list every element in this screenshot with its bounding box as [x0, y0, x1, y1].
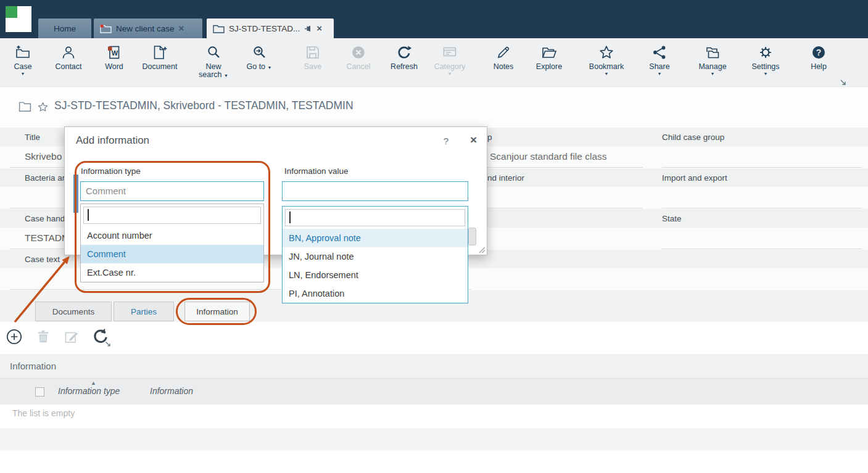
dropdown-option-ext-case-nr[interactable]: Ext.Case nr. [81, 263, 263, 282]
chevron-down-icon: ▼ [658, 72, 662, 76]
dialog-title: Add information [76, 134, 149, 147]
folders-icon [705, 44, 721, 60]
help-icon: ? [811, 44, 827, 60]
favorite-star-icon[interactable] [37, 102, 49, 113]
tab-label: New client case [116, 24, 175, 33]
ribbon-button-settings[interactable]: Settings ▼ [739, 44, 792, 76]
field-label-case-group: p [487, 128, 492, 146]
information-value-label: Information value [284, 167, 349, 176]
scrollbar-thumb[interactable] [468, 228, 476, 245]
ribbon-label: Notes [494, 63, 514, 71]
ribbon-button-manage[interactable]: Manage ▼ [686, 44, 739, 76]
ribbon-button-category: Category ▼ [427, 44, 473, 76]
text-cursor [88, 209, 89, 221]
ribbon-button-case[interactable]: Case ▼ [0, 44, 46, 76]
pin-icon[interactable] [304, 25, 312, 33]
field-value-title[interactable]: Skrivebo [25, 146, 62, 168]
folder-icon [100, 24, 112, 33]
close-icon[interactable]: × [470, 133, 477, 147]
dropdown-option-account-number[interactable]: Account number [81, 226, 263, 245]
field-value-case-handler[interactable]: TESTADM [25, 228, 70, 250]
information-value-combobox[interactable] [282, 181, 468, 201]
dropdown-option-ln-endorsement[interactable]: LN, Endorsement [283, 266, 468, 284]
field-label-case-text: Case text [25, 250, 60, 268]
ribbon-button-document[interactable]: Document [137, 44, 183, 71]
ribbon-button-save: Save [290, 44, 336, 71]
column-header-information-type[interactable]: Information type [58, 386, 120, 396]
dropdown-option-pi-annotation[interactable]: PI, Annotation [283, 284, 468, 303]
ribbon-label: Category [434, 63, 466, 71]
dropdown-option-jn-journal-note[interactable]: JN, Journal note [283, 247, 468, 266]
ribbon-button-new-search[interactable]: New search ▼ [191, 44, 236, 80]
field-value-file-class[interactable]: Scanjour standard file class [490, 146, 607, 168]
background-stripe [0, 428, 868, 451]
help-icon[interactable]: ? [444, 136, 448, 146]
tab-parties[interactable]: Parties [114, 302, 174, 321]
ribbon-label: Document [143, 63, 178, 71]
dropdown-search-input[interactable] [83, 207, 261, 224]
edit-pencil-icon [64, 329, 80, 345]
field-underline [487, 167, 643, 168]
column-header-information[interactable]: Information [150, 386, 193, 396]
refresh-options-grip-icon[interactable] [105, 341, 111, 347]
field-label-title: Title [25, 128, 40, 146]
ribbon-label: Manage [698, 63, 726, 71]
open-folder-icon [541, 44, 557, 60]
category-icon [442, 44, 458, 60]
ribbon-label: Save [304, 63, 322, 71]
information-section-header: Information [0, 354, 868, 378]
tab-documents[interactable]: Documents [35, 302, 112, 321]
tab-case-active[interactable]: SJ-STD-TESTAD... × [207, 19, 334, 38]
tab-new-client-case[interactable]: New client case × [94, 19, 202, 38]
close-icon[interactable]: × [179, 24, 184, 33]
tab-label: SJ-STD-TESTAD... [229, 24, 300, 33]
tab-home[interactable]: Home [38, 19, 91, 38]
field-underline [662, 208, 862, 208]
tab-information[interactable]: Information [184, 302, 250, 321]
ribbon-button-refresh[interactable]: Refresh [381, 44, 427, 71]
chevron-down-icon: ▼ [711, 72, 715, 76]
list-column-header-row: ▲ Information type Information [0, 378, 868, 405]
ribbon-label: Share [649, 63, 669, 71]
dropdown-search-input[interactable] [285, 209, 465, 226]
information-type-combobox[interactable]: Comment [80, 181, 264, 201]
dropdown-option-bn-approval-note[interactable]: BN, Approval note [283, 229, 468, 247]
app-window: Home New client case × SJ-STD-TESTAD... … [0, 0, 868, 473]
sort-ascending-icon: ▲ [91, 380, 96, 386]
ribbon-button-share[interactable]: Share ▼ [633, 44, 686, 76]
chevron-down-icon: ▼ [605, 72, 609, 76]
chevron-down-icon: ▼ [224, 73, 228, 78]
delete-trash-icon [35, 329, 51, 345]
ribbon-label: Word [105, 63, 123, 71]
ribbon-button-contact[interactable]: Contact [46, 44, 91, 71]
information-type-label: Information type [81, 167, 141, 176]
pencil-icon [495, 44, 511, 60]
dropdown-option-comment[interactable]: Comment [81, 245, 263, 263]
text-cursor [289, 212, 291, 223]
ribbon-button-explore[interactable]: Explore [526, 44, 572, 71]
field-underline [662, 249, 862, 249]
ribbon-expand-grip-icon[interactable] [840, 79, 846, 86]
ribbon-button-bookmark[interactable]: Bookmark ▼ [580, 44, 633, 76]
select-all-checkbox[interactable] [35, 387, 44, 397]
ribbon-button-go-to[interactable]: Go to ▼ [236, 44, 282, 72]
ribbon-label: Bookmark [589, 63, 624, 71]
ribbon-toolbar: Case ▼ Contact W Word Document New [0, 38, 868, 86]
add-information-button[interactable] [6, 328, 23, 345]
ribbon-label: New search [199, 62, 222, 79]
ribbon-button-cancel: Cancel [336, 44, 381, 71]
document-add-icon [152, 44, 168, 60]
chevron-down-icon: ▼ [268, 65, 272, 70]
ribbon-button-help[interactable]: ? Help [792, 44, 845, 71]
blue-indicator-bar [73, 175, 78, 213]
ribbon-button-word[interactable]: W Word [91, 44, 137, 71]
ribbon-button-notes[interactable]: Notes [481, 44, 526, 71]
field-label-interior: nd interior [487, 168, 524, 187]
app-logo [6, 6, 31, 32]
resize-grip-icon[interactable] [479, 247, 486, 253]
close-icon[interactable]: × [316, 24, 322, 33]
ribbon-label: Help [811, 63, 827, 71]
ribbon-label: Cancel [347, 63, 371, 71]
empty-list-message: The list is empty [12, 408, 75, 418]
title-bar: Home New client case × SJ-STD-TESTAD... … [0, 0, 868, 38]
